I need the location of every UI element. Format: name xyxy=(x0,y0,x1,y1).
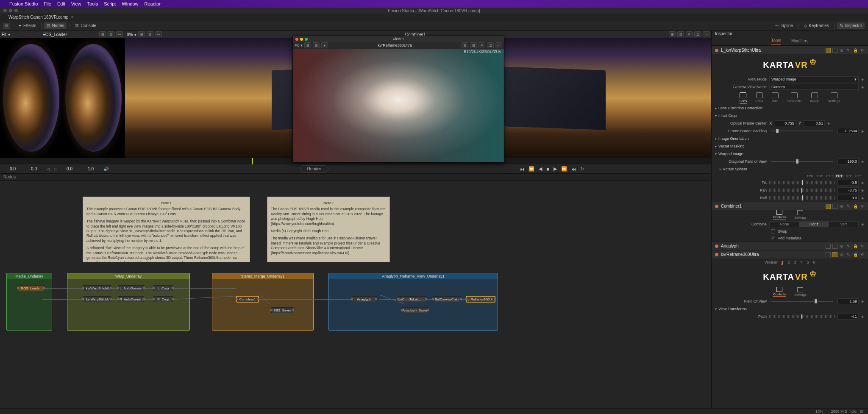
viewer2-zoom[interactable]: 8% xyxy=(127,32,133,37)
fov-slider[interactable] xyxy=(771,301,833,302)
menu-tools[interactable]: Tools xyxy=(87,1,98,6)
version-4[interactable]: 4 xyxy=(801,260,803,264)
viewer2-c-icon[interactable]: ⋯ xyxy=(155,31,162,37)
swap-checkbox-row[interactable]: Swap xyxy=(712,228,868,235)
menu-script[interactable]: Script xyxy=(104,1,116,6)
viewer1-a-icon[interactable]: ⊞ xyxy=(99,31,106,37)
lock-icon[interactable]: 🔒 xyxy=(853,48,858,53)
viewer2-opt2-icon[interactable]: ⊡ xyxy=(677,31,684,37)
play-rev-icon[interactable]: ◀ xyxy=(539,166,542,172)
view2-indicator-icon[interactable] xyxy=(832,48,837,53)
fbp-slider[interactable] xyxy=(771,131,833,131)
fbp-input[interactable] xyxy=(837,128,859,134)
mode-lens[interactable]: Lens xyxy=(740,92,747,104)
current-frame[interactable]: 0.0 xyxy=(61,167,78,171)
fov-input[interactable] xyxy=(837,298,859,304)
dfov-slider[interactable] xyxy=(771,161,833,162)
view1-indicator-icon[interactable] xyxy=(826,48,831,53)
viewer1-viewport[interactable] xyxy=(0,38,125,158)
view-transforms-group[interactable]: ▾View Transforms xyxy=(712,305,868,313)
next-key-icon[interactable]: ▷ xyxy=(54,167,57,171)
reframe-header[interactable]: kvrReframe360Ultra ⊘✎🔒⟲ xyxy=(712,250,868,258)
version-6[interactable]: 6 xyxy=(813,260,815,264)
ofc-y-input[interactable] xyxy=(804,120,825,126)
float-c-icon[interactable]: ▾ xyxy=(321,42,328,48)
tilt-dial[interactable] xyxy=(769,181,835,184)
float-close-icon[interactable] xyxy=(295,38,298,41)
roll-input[interactable] xyxy=(837,195,859,201)
lens-distortion-group[interactable]: ▸Lens Distortion Correction xyxy=(712,104,868,112)
float-opt1-icon[interactable]: ⊞ xyxy=(462,42,468,48)
tab-modifiers[interactable]: Modifiers xyxy=(791,39,809,44)
pitch-dial[interactable] xyxy=(769,315,835,318)
mode-stereo3d[interactable]: Stereo3D xyxy=(787,92,801,103)
window-close-icon[interactable] xyxy=(3,9,7,12)
mode-settings[interactable]: Settings xyxy=(828,92,840,103)
node-uncrop[interactable]: UnCropToLatLon... xyxy=(398,296,426,302)
float-max-icon[interactable] xyxy=(305,38,308,41)
tab-tools[interactable]: Tools xyxy=(771,38,781,44)
pan-dial[interactable] xyxy=(769,189,835,192)
stereo-underlay[interactable]: Stereo_Merge_Underlay1 xyxy=(212,273,314,331)
anaglyph-header[interactable]: Anaglyph ⊘✎🔒⟲ xyxy=(712,242,868,250)
window-maximize-icon[interactable] xyxy=(14,9,18,12)
version-3[interactable]: 3 xyxy=(794,260,796,264)
viewer2-a-icon[interactable]: ⊞ xyxy=(138,31,145,37)
float-b-icon[interactable]: ⊡ xyxy=(313,42,320,48)
node-combiner[interactable]: Combiner1 xyxy=(236,296,259,302)
viewer1-fit[interactable]: Fit xyxy=(2,32,6,37)
node-l-autodomain[interactable]: L_AutoDomain xyxy=(118,285,144,291)
spline-button[interactable]: 〰Spline xyxy=(773,22,796,29)
warped-image-group[interactable]: ▾Warped Image xyxy=(712,150,868,158)
flow-graph[interactable]: Note1 This example processes Canon EOS 1… xyxy=(0,181,711,408)
loop-icon[interactable]: ↻ xyxy=(580,166,584,172)
roll-dial[interactable] xyxy=(769,196,835,200)
tilt-input[interactable] xyxy=(837,180,859,186)
viewer1-menu-icon[interactable]: ⋯ xyxy=(116,31,123,37)
float-a-icon[interactable]: ⊞ xyxy=(304,42,311,48)
node-r-crop[interactable]: R_Crop xyxy=(153,296,173,302)
goto-start-icon[interactable]: ⏮ xyxy=(520,167,524,172)
initial-crop-group[interactable]: ▾Initial Crop xyxy=(712,112,868,119)
play-fwd-icon[interactable]: ▶ xyxy=(554,166,557,172)
goto-end-icon[interactable]: ⏭ xyxy=(571,167,576,172)
console-button[interactable]: ⌘Console xyxy=(72,22,99,29)
node-reframe[interactable]: kvrReframe360Ul... xyxy=(466,296,495,302)
node-l-crop[interactable]: L_Crop xyxy=(153,285,173,291)
menu-view[interactable]: View xyxy=(71,1,81,6)
pitch-input[interactable] xyxy=(837,314,859,320)
app-name[interactable]: Fusion Studio xyxy=(9,1,38,6)
float-min-icon[interactable] xyxy=(300,38,303,41)
image-orientation-group[interactable]: ▸Image Orientation xyxy=(712,135,868,142)
float-fit[interactable]: Fit xyxy=(295,43,299,47)
node-anaglyph[interactable]: Anaglyph xyxy=(352,296,376,302)
combine-segmented[interactable]: None Horiz Vert xyxy=(769,221,859,227)
inspector-button[interactable]: ✎Inspector xyxy=(837,22,865,29)
floating-viewer[interactable]: View 1 Fit▾ ⊞ ⊡ ▾ kvrReframe360Ultra ⊞ ⊡… xyxy=(292,36,504,163)
viewer2-opt1-icon[interactable]: ⊞ xyxy=(669,31,676,37)
float-opt3-icon[interactable]: ≡ xyxy=(479,42,485,48)
window-minimize-icon[interactable] xyxy=(9,9,12,12)
float-opt4-icon[interactable]: ☰ xyxy=(487,42,494,48)
media-underlay[interactable]: Media_Underlay xyxy=(6,273,52,331)
ofc-x-input[interactable] xyxy=(775,120,796,126)
node-sbs-saver[interactable]: SBS_Saver xyxy=(271,307,293,313)
stop-icon[interactable]: ■ xyxy=(546,167,549,172)
reframe-controls-tab[interactable]: Controls xyxy=(773,287,786,297)
keyframe-diamond-icon[interactable]: ◆ xyxy=(861,78,864,81)
float-opt2-icon[interactable]: ⊡ xyxy=(470,42,477,48)
metadata-checkbox[interactable]: ✓ xyxy=(771,236,775,240)
combiner-header[interactable]: Combiner1 ⊘✎🔒⟲ xyxy=(712,202,868,210)
node-setcanvas[interactable]: SetCanvasColor xyxy=(433,296,461,302)
rotation-order[interactable]: TPR TRP PTR PRT RTP RPT xyxy=(712,173,868,179)
swap-checkbox[interactable] xyxy=(771,229,775,233)
combiner-settings-tab[interactable]: Settings xyxy=(794,210,807,220)
version-2[interactable]: 2 xyxy=(787,260,790,264)
viewer2-b-icon[interactable]: ⊡ xyxy=(147,31,153,37)
playhead-icon[interactable] xyxy=(252,158,253,164)
step-back-icon[interactable]: ⏪ xyxy=(529,166,534,172)
range-out[interactable]: 1.0 xyxy=(82,167,99,171)
effects-button[interactable]: ✦Effects xyxy=(16,22,39,29)
version-5[interactable]: 5 xyxy=(807,260,809,264)
nodes-button[interactable]: ⊡Nodes xyxy=(44,22,67,29)
